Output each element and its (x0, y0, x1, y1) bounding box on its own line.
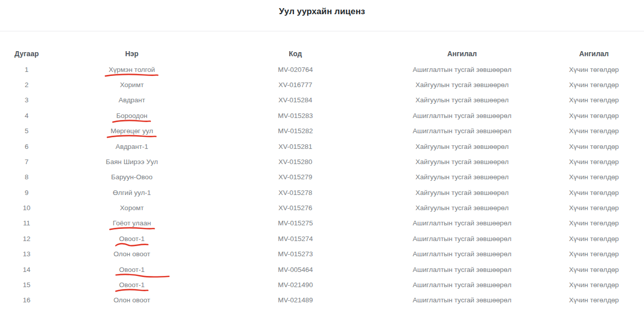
table-row: 10ХоромтXV-015276Хайгуулын тусгай зөвшөө… (5, 200, 639, 215)
cell-name: Гоёот улаан (48, 216, 215, 231)
license-name: Хоримт (120, 81, 144, 89)
cell-code: MV-020764 (215, 62, 375, 77)
cell-status: Хүчин төгөлдөр (549, 277, 639, 292)
license-name: Бороодон (116, 112, 147, 120)
cell-class: Ашиглалтын тусгай зөвшөөрөл (375, 277, 549, 292)
cell-name: Олон овоот (48, 247, 215, 262)
license-name: Хүрмэн толгой (108, 66, 155, 73)
cell-status: Хүчин төгөлдөр (549, 200, 639, 215)
cell-class: Ашиглалтын тусгай зөвшөөрөл (375, 262, 549, 277)
table-row: 2ХоримтXV-016777Хайгуулын тусгай зөвшөөр… (5, 77, 639, 92)
cell-status: Хүчин төгөлдөр (549, 77, 639, 92)
cell-class: Ашиглалтын тусгай зөвшөөрөл (375, 247, 549, 262)
license-name: Авдрант-1 (116, 143, 148, 150)
cell-code: MV-015282 (215, 124, 375, 139)
cell-name: Өлгий уул-1 (48, 185, 215, 200)
cell-status: Хүчин төгөлдөр (549, 124, 639, 139)
cell-class: Ашиглалтын тусгай зөвшөөрөл (375, 231, 549, 246)
cell-num: 4 (5, 108, 48, 123)
cell-code: MV-015275 (215, 216, 375, 231)
table-row: 12Овоот-1MV-015274Ашиглалтын тусгай зөвш… (5, 231, 639, 246)
cell-class: Хайгуулын тусгай зөвшөөрөл (375, 200, 549, 215)
license-table: ДугаарНэрКодАнгилалАнгилал 1Хүрмэн толго… (5, 31, 639, 308)
cell-code: XV-015276 (215, 200, 375, 215)
cell-code: XV-015284 (215, 93, 375, 108)
cell-num: 11 (5, 216, 48, 231)
cell-name: Овоот-1 (48, 231, 215, 246)
cell-status: Хүчин төгөлдөр (549, 139, 639, 154)
cell-name: Хоримт (48, 77, 215, 92)
license-name: Хоромт (120, 204, 144, 212)
cell-num: 1 (5, 62, 48, 77)
cell-code: XV-016777 (215, 77, 375, 92)
license-name: Баруун-Овоо (111, 173, 153, 181)
table-row: 9Өлгий уул-1XV-015278Хайгуулын тусгай зө… (5, 185, 639, 200)
table-row: 15Овоот-1MV-021490Ашиглалтын тусгай зөвш… (5, 277, 639, 292)
cell-name: Овоот-1 (48, 277, 215, 292)
cell-num: 14 (5, 262, 48, 277)
cell-name: Авдрант-1 (48, 139, 215, 154)
cell-num: 8 (5, 170, 48, 185)
cell-status: Хүчин төгөлдөр (549, 154, 639, 169)
cell-name: Хүрмэн толгой (48, 62, 215, 77)
cell-status: Хүчин төгөлдөр (549, 185, 639, 200)
cell-status: Хүчин төгөлдөр (549, 293, 639, 308)
table-row: 5Мөргөцөг уулMV-015282Ашиглалтын тусгай … (5, 124, 639, 139)
cell-name: Хоромт (48, 200, 215, 215)
cell-status: Хүчин төгөлдөр (549, 216, 639, 231)
cell-name: Овоот-1 (48, 262, 215, 277)
license-name: Овоот-1 (119, 266, 144, 273)
cell-class: Ашиглалтын тусгай зөвшөөрөл (375, 108, 549, 123)
table-row: 3АвдрантXV-015284Хайгуулын тусгай зөвшөө… (5, 93, 639, 108)
cell-code: MV-015283 (215, 108, 375, 123)
cell-num: 15 (5, 277, 48, 292)
cell-class: Хайгуулын тусгай зөвшөөрөл (375, 139, 549, 154)
cell-num: 6 (5, 139, 48, 154)
cell-class: Хайгуулын тусгай зөвшөөрөл (375, 185, 549, 200)
cell-code: XV-015281 (215, 139, 375, 154)
cell-code: MV-021490 (215, 277, 375, 292)
cell-num: 3 (5, 93, 48, 108)
cell-name: Мөргөцөг уул (48, 124, 215, 139)
cell-code: XV-015278 (215, 185, 375, 200)
cell-class: Ашиглалтын тусгай зөвшөөрөл (375, 216, 549, 231)
table-row: 8Баруун-ОвооXV-015279Хайгуулын тусгай зө… (5, 170, 639, 185)
cell-class: Хайгуулын тусгай зөвшөөрөл (375, 77, 549, 92)
cell-name: Баруун-Овоо (48, 170, 215, 185)
license-name: Баян Ширээ Уул (106, 158, 158, 166)
cell-code: MV-005464 (215, 262, 375, 277)
license-name: Олон овоот (113, 296, 150, 304)
cell-code: MV-015273 (215, 247, 375, 262)
cell-class: Хайгуулын тусгай зөвшөөрөл (375, 154, 549, 169)
table-row: 4БороодонMV-015283Ашиглалтын тусгай зөвш… (5, 108, 639, 123)
table-header-row: ДугаарНэрКодАнгилалАнгилал (5, 31, 639, 62)
license-name: Олон овоот (113, 250, 150, 258)
cell-num: 10 (5, 200, 48, 215)
cell-status: Хүчин төгөлдөр (549, 231, 639, 246)
cell-class: Ашиглалтын тусгай зөвшөөрөл (375, 124, 549, 139)
cell-name: Бороодон (48, 108, 215, 123)
column-header-code: Код (215, 31, 375, 62)
cell-name: Олон овоот (48, 293, 215, 308)
cell-code: XV-015280 (215, 154, 375, 169)
cell-status: Хүчин төгөлдөр (549, 262, 639, 277)
page-title: Уул уурхайн лиценз (0, 0, 644, 17)
cell-num: 12 (5, 231, 48, 246)
cell-status: Хүчин төгөлдөр (549, 170, 639, 185)
table-header: ДугаарНэрКодАнгилалАнгилал (5, 31, 639, 62)
license-name: Овоот-1 (119, 281, 144, 289)
cell-status: Хүчин төгөлдөр (549, 62, 639, 77)
column-header-num: Дугаар (5, 31, 48, 62)
cell-class: Хайгуулын тусгай зөвшөөрөл (375, 170, 549, 185)
license-name: Овоот-1 (119, 235, 144, 243)
cell-num: 5 (5, 124, 48, 139)
cell-code: XV-015279 (215, 170, 375, 185)
table-row: 13Олон овоотMV-015273Ашиглалтын тусгай з… (5, 247, 639, 262)
table-row: 6Авдрант-1XV-015281Хайгуулын тусгай зөвш… (5, 139, 639, 154)
cell-code: MV-015274 (215, 231, 375, 246)
table-row: 7Баян Ширээ УулXV-015280Хайгуулын тусгай… (5, 154, 639, 169)
cell-status: Хүчин төгөлдөр (549, 108, 639, 123)
cell-num: 16 (5, 293, 48, 308)
cell-num: 13 (5, 247, 48, 262)
cell-class: Ашиглалтын тусгай зөвшөөрөл (375, 293, 549, 308)
